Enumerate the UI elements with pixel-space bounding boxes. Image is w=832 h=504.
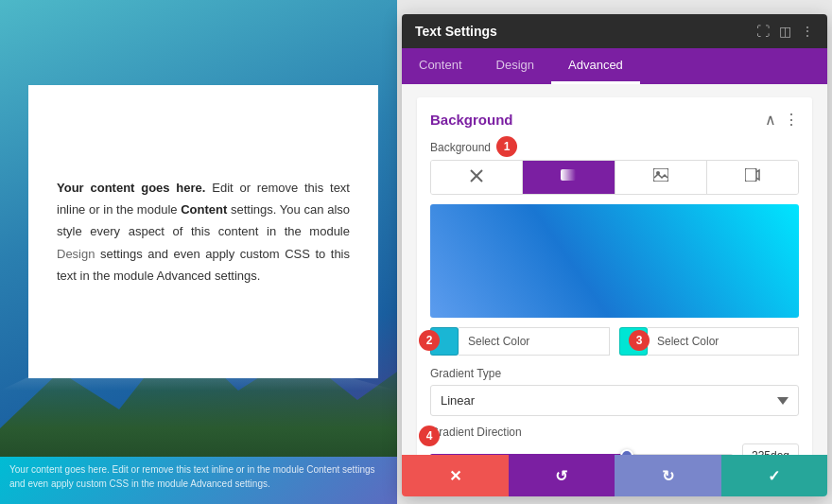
gradient-direction-slider-row: 235deg <box>430 443 799 455</box>
panel-body: Background ∧ ⋮ Background 1 <box>402 84 827 455</box>
gradient-direction-track[interactable] <box>430 454 733 455</box>
panel-title: Text Settings <box>415 24 497 39</box>
bg-type-gradient[interactable] <box>523 161 615 194</box>
section-header: Background ∧ ⋮ <box>430 111 799 129</box>
gradient-direction-thumb[interactable] <box>620 449 633 455</box>
cancel-button[interactable]: ✕ <box>402 455 509 496</box>
panel-footer: ✕ ↺ ↻ ✓ <box>402 455 827 496</box>
fullscreen-icon[interactable]: ⛶ <box>756 24 770 39</box>
text-settings-panel: Text Settings ⛶ ◫ ⋮ Content Design Advan… <box>402 14 827 496</box>
gradient-type-label: Gradient Type <box>430 367 799 380</box>
gradient-type-select[interactable]: Linear Radial <box>430 385 799 416</box>
section-more-icon[interactable]: ⋮ <box>784 111 799 129</box>
bg-type-none[interactable] <box>431 161 523 194</box>
preview-text: Your content goes here. Edit or remove t… <box>9 462 388 491</box>
redo-button[interactable]: ↻ <box>615 455 721 496</box>
reset-icon: ↺ <box>555 467 567 485</box>
badge-2: 2 <box>419 330 440 351</box>
more-options-icon[interactable]: ⋮ <box>801 24 814 39</box>
tab-bar: Content Design Advanced <box>402 48 827 84</box>
redo-icon: ↻ <box>662 467 674 485</box>
tab-design[interactable]: Design <box>479 48 551 84</box>
gradient-direction-row: Gradient Direction 235deg <box>430 426 799 455</box>
color-stops-row: Select Color Select Color <box>430 327 799 356</box>
cancel-icon: ✕ <box>449 467 461 485</box>
split-view-icon[interactable]: ◫ <box>779 24 791 39</box>
tab-advanced[interactable]: Advanced <box>551 48 640 84</box>
bg-type-video[interactable] <box>707 161 798 194</box>
gradient-type-row: Gradient Type Linear Radial <box>430 367 799 416</box>
reset-button[interactable]: ↺ <box>509 455 615 496</box>
section-controls: ∧ ⋮ <box>765 111 799 129</box>
content-area: Your content goes here. Edit or remove t… <box>28 85 378 378</box>
gradient-preview <box>430 204 799 318</box>
confirm-icon: ✓ <box>768 467 780 485</box>
badge-1: 1 <box>496 136 517 157</box>
gradient-direction-value[interactable]: 235deg <box>742 443 799 455</box>
svg-rect-2 <box>561 169 576 181</box>
bg-type-selector <box>430 160 799 195</box>
panel-header: Text Settings ⛶ ◫ ⋮ <box>402 14 827 48</box>
svg-rect-5 <box>745 168 756 182</box>
badge-4: 4 <box>419 426 440 446</box>
background-section: Background ∧ ⋮ Background 1 <box>417 97 812 455</box>
section-collapse-icon[interactable]: ∧ <box>765 111 776 129</box>
background-field-label: Background <box>430 141 491 154</box>
color-select-btn-2[interactable]: Select Color <box>648 327 799 356</box>
color-select-btn-1[interactable]: Select Color <box>459 327 610 356</box>
tab-content[interactable]: Content <box>402 48 479 84</box>
svg-rect-3 <box>653 168 668 182</box>
gradient-direction-label: Gradient Direction <box>430 426 799 439</box>
badge-3: 3 <box>629 330 650 351</box>
content-text: Your content goes here. Edit or remove t… <box>57 177 350 287</box>
header-icons: ⛶ ◫ ⋮ <box>756 24 814 39</box>
color-stop-1: Select Color <box>430 327 610 356</box>
bg-type-image[interactable] <box>615 161 707 194</box>
gradient-direction-fill <box>430 454 627 455</box>
section-title: Background <box>430 112 513 128</box>
preview-bar: Your content goes here. Edit or remove t… <box>0 457 397 504</box>
confirm-button[interactable]: ✓ <box>721 455 828 496</box>
